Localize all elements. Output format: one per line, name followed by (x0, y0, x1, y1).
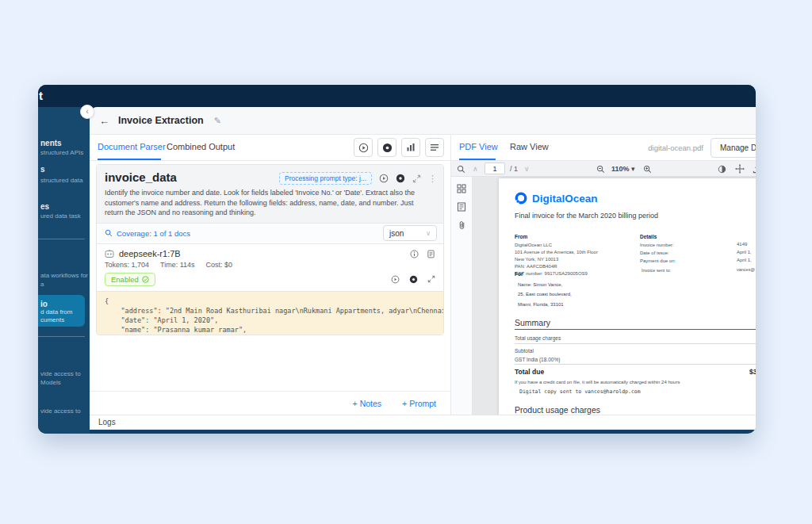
play-circle-icon (358, 143, 369, 153)
add-prompt-button[interactable]: + Prompt (402, 399, 436, 408)
cost-analysis-button[interactable] (401, 138, 420, 157)
invoice-detail-row-label: Invoice number: (640, 242, 674, 249)
output-format-select[interactable]: json ∨ (383, 225, 437, 241)
sidebar-item-tasks-desc: ured data task (40, 212, 81, 220)
add-notes-button[interactable]: + Notes (353, 399, 381, 408)
pdf-tabs-row: PDF View Raw View digital-ocean.pdf Mana… (451, 135, 756, 161)
page-down-chevron[interactable]: ∨ (524, 161, 530, 177)
sidebar-divider (38, 336, 85, 337)
invoice-detail-row-value: vances@ (737, 267, 755, 272)
coverage-row: Coverage: 1 of 1 docs json ∨ (97, 223, 443, 243)
processing-status-badge: Processing prompt type: j... (279, 172, 372, 185)
summary-list-button[interactable] (425, 138, 444, 157)
zoom-in-icon[interactable] (643, 161, 652, 177)
edit-title-icon[interactable]: ✎ (214, 116, 221, 126)
kebab-menu-icon[interactable]: ⋮ (428, 174, 437, 184)
zoom-out-icon[interactable] (596, 161, 605, 177)
document-parser-pane: Document Parser Combined Output (90, 135, 450, 415)
play-circle-icon[interactable] (391, 275, 400, 284)
tab-pdf-view[interactable]: PDF View (459, 142, 498, 151)
sidebar-item-workflows-desc1[interactable]: ata workflows for (40, 272, 88, 279)
prompt-card: invoice_data Processing prompt type: j..… (96, 164, 444, 335)
pdf-page: DigitalOcean Final invoice for the March… (499, 178, 756, 430)
tab-combined-output[interactable]: Combined Output (167, 142, 235, 151)
invoice-from-line: PAN: AAFCDB404R (515, 263, 557, 270)
main-content: ← Invoice Extraction ✎ Document Parser C… (90, 107, 756, 430)
sidebar-item-prompt-studio-title[interactable]: io (40, 300, 48, 308)
digitalocean-logo-icon (515, 192, 527, 205)
chevron-down-icon: ∨ (426, 230, 431, 237)
invoice-detail-row-value: April 1, (737, 250, 752, 254)
invoice-summary-title: Summary (515, 318, 550, 327)
page-up-chevron[interactable]: ∧ (473, 161, 478, 177)
invoice-detail-row-label: Invoice sent to: (642, 267, 671, 274)
run-prompt-button[interactable] (379, 174, 389, 183)
sidebar-item-tasks-title[interactable]: es (40, 202, 49, 211)
page-header: ← Invoice Extraction ✎ (90, 107, 756, 135)
notes-doc-icon[interactable] (427, 250, 435, 258)
dark-circle-icon (396, 174, 405, 183)
expand-icon (412, 174, 421, 183)
outline-icon[interactable] (457, 202, 466, 212)
invoice-from-line: DigitalOcean LLC (515, 242, 552, 249)
model-usage-stats: Tokens: 1,704 Time: 114s Cost: $0 (105, 261, 435, 269)
invoice-for-line: Name: Simon Vance, (518, 282, 562, 287)
sidebar-item-prompt-studio-desc2: cuments (40, 316, 64, 323)
manage-documents-button[interactable]: Manage Docum (710, 138, 756, 158)
app-logo: t (39, 89, 43, 102)
invoice-details-label: Details (640, 234, 657, 239)
coverage-label[interactable]: Coverage: 1 of 1 docs (117, 229, 190, 238)
sidebar-item-deployments-desc: structured APIs (40, 149, 83, 156)
invoice-brand: DigitalOcean (532, 193, 598, 205)
sidebar-collapse-button[interactable]: ‹ (80, 105, 94, 119)
sidebar-item-pipelines-desc: structured data (40, 177, 82, 184)
page-title: Invoice Extraction (118, 115, 204, 126)
run-all-prompts-button[interactable] (354, 138, 373, 157)
play-circle-icon (379, 174, 389, 183)
tab-raw-view[interactable]: Raw View (510, 142, 549, 151)
pdf-body: DigitalOcean Final invoice for the March… (451, 177, 756, 415)
pan-move-icon[interactable] (735, 161, 745, 177)
info-circle-icon[interactable] (410, 250, 419, 258)
back-arrow-icon[interactable]: ← (99, 115, 109, 127)
invoice-total-due-label: Total due (515, 368, 544, 376)
divider (515, 364, 756, 365)
invoice-gst: GST India (18.00%) (515, 356, 560, 363)
sidebar-item-deployments-title[interactable]: nents (40, 139, 62, 147)
pdf-search-icon[interactable] (457, 161, 465, 177)
sidebar-item-pipelines-title[interactable]: s (40, 165, 45, 174)
pdf-canvas[interactable]: DigitalOcean Final invoice for the March… (473, 177, 756, 415)
sidebar-item-vectordb-desc1[interactable]: vide access to (40, 407, 81, 415)
llm-output-box[interactable]: { "address": "2nd Main Road Kasthuribai … (97, 291, 443, 335)
zoom-level[interactable]: 110% ▾ (611, 161, 635, 177)
paperclip-icon[interactable] (458, 220, 466, 230)
invoice-detail-row-label: Date of issue: (640, 250, 669, 257)
logs-bar[interactable]: Logs (90, 415, 756, 430)
sidebar-item-llms-desc1[interactable]: vide access to (40, 370, 81, 377)
expand-prompt-button[interactable] (412, 174, 421, 183)
sidebar-divider (38, 239, 85, 239)
app-window: t nents structured APIs s structured dat… (38, 85, 756, 434)
tab-document-parser[interactable]: Document Parser (98, 142, 166, 151)
run-all-llm-button[interactable] (377, 138, 396, 157)
invoice-from-line: GST number: 9917USA29005OS9 (515, 270, 588, 277)
invoice-from-label: From (515, 234, 527, 239)
pdf-side-rail (451, 177, 473, 415)
dark-circle-icon[interactable] (409, 275, 418, 284)
invoice-subtitle: Final invoice for the March 2020 billing… (515, 212, 658, 220)
enabled-status-badge[interactable]: Enabled (105, 273, 155, 286)
search-icon (105, 229, 113, 237)
page-number-input[interactable] (485, 163, 505, 174)
prompt-text[interactable]: Identify the invoice number and date. Lo… (105, 188, 435, 218)
expand-diagonal-icon[interactable] (427, 275, 435, 283)
contrast-icon[interactable] (718, 161, 726, 177)
app-topbar: t (38, 85, 756, 107)
run-prompt-all-llm-button[interactable] (396, 174, 405, 183)
thumbnails-grid-icon[interactable] (457, 184, 466, 193)
upload-icon[interactable] (753, 161, 756, 177)
output-format-value: json (389, 229, 404, 238)
llm-json-output: { "address": "2nd Main Road Kasthuribai … (105, 296, 435, 335)
parser-tabs-row: Document Parser Combined Output (90, 135, 450, 161)
document-filename: digital-ocean.pdf (648, 143, 703, 152)
bar-chart-icon (406, 143, 416, 152)
